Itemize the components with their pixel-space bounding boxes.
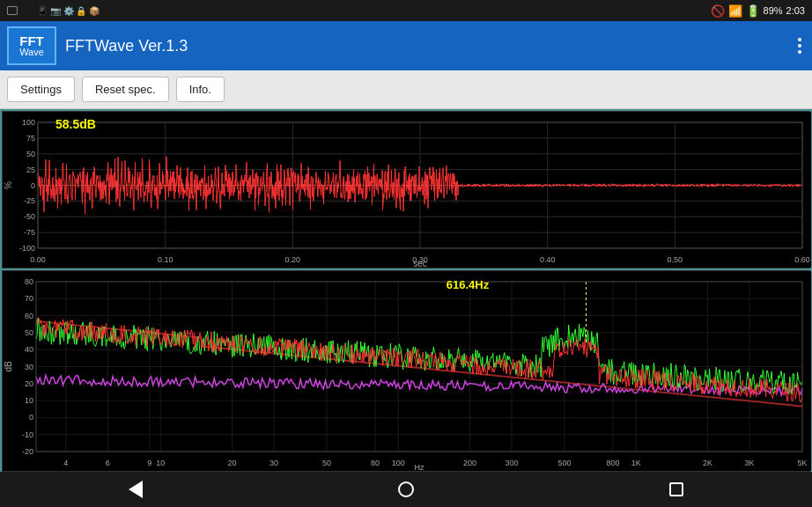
- status-icons-left: 📱 📷 ⚙️ 🔒 📦: [7, 6, 100, 16]
- wave-peak-label: 58.5dB: [55, 117, 96, 131]
- nav-bar: [0, 472, 812, 507]
- battery-percent: 89%: [764, 5, 783, 16]
- home-button[interactable]: [380, 474, 432, 504]
- app-bar: FFT Wave FFTWave Ver.1.3: [0, 21, 812, 70]
- wifi-icon: [7, 6, 18, 15]
- recent-button[interactable]: [650, 474, 703, 504]
- settings-button[interactable]: Settings: [7, 77, 75, 102]
- logo-wave: Wave: [19, 48, 44, 57]
- info-button[interactable]: Info.: [176, 77, 225, 102]
- wave-chart: 58.5dB: [2, 111, 810, 268]
- no-sign-icon: 🚫: [711, 4, 725, 18]
- fft-canvas: [3, 271, 811, 471]
- logo-fft: FFT: [19, 34, 44, 48]
- back-button[interactable]: [109, 474, 162, 504]
- toolbar: Settings Reset spec. Info.: [0, 70, 812, 109]
- fft-peak-label: 616.4Hz: [447, 278, 489, 291]
- reset-spec-button[interactable]: Reset spec.: [82, 77, 169, 102]
- fft-chart: 616.4Hz: [2, 270, 810, 472]
- home-icon: [398, 481, 414, 497]
- wifi-status-icon: 📶: [728, 4, 742, 18]
- status-bar: 📱 📷 ⚙️ 🔒 📦 🚫 📶 🔋 89% 2:03: [0, 0, 812, 21]
- extra-icons: 📱 📷 ⚙️ 🔒 📦: [37, 6, 100, 16]
- battery-icon: 🔋: [746, 4, 760, 18]
- back-icon: [129, 481, 143, 498]
- overflow-menu-button[interactable]: [794, 34, 805, 57]
- signal-icon: [21, 6, 33, 15]
- wave-canvas: [3, 112, 811, 268]
- recent-icon: [669, 482, 683, 496]
- app-logo: FFT Wave: [7, 26, 56, 65]
- time-display: 2:03: [786, 5, 805, 16]
- app-title: FFTWave Ver.1.3: [65, 37, 794, 55]
- status-icons-right: 🚫 📶 🔋 89% 2:03: [711, 4, 805, 18]
- main-content: 58.5dB 616.4Hz: [0, 109, 812, 472]
